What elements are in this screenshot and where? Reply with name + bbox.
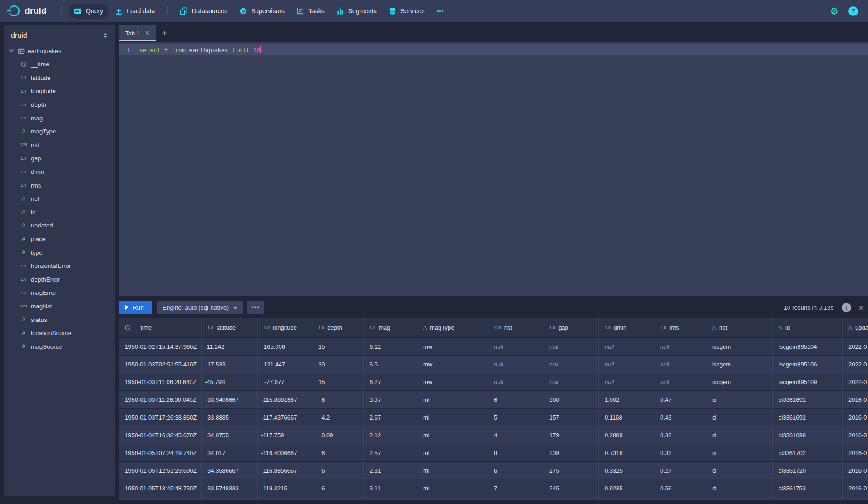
cell-nst[interactable]: 8 xyxy=(488,444,543,462)
cell-latitude[interactable]: 34.0755 xyxy=(202,426,258,444)
cell-rms[interactable] xyxy=(654,497,706,500)
cell-dmin[interactable]: null xyxy=(599,356,654,373)
nav-item-segments[interactable]: Segments xyxy=(330,4,383,19)
column-sort-icon[interactable] xyxy=(102,32,108,39)
tab-close-icon[interactable]: × xyxy=(145,30,149,37)
cell-updated[interactable]: 2016-0 xyxy=(843,479,868,497)
cell-gap[interactable]: 308 xyxy=(543,391,599,409)
sidebar-field-longitude[interactable]: 1.0longitude xyxy=(4,84,115,98)
cell-latitude[interactable]: 33.5748333 xyxy=(202,479,258,497)
cell-dmin[interactable]: 0.7318 xyxy=(599,444,654,462)
cell-__time[interactable]: 1950-01-04T16:38:45.670Z xyxy=(119,426,202,444)
sidebar-field-magError[interactable]: 1.0magError xyxy=(4,286,115,300)
datasource-row-earthquakes[interactable]: earthquakes xyxy=(4,44,115,58)
cell-rms[interactable]: 0.33 xyxy=(654,444,706,462)
sidebar-field-nst[interactable]: 123nst xyxy=(4,138,115,152)
cell-longitude[interactable]: -115.8881667 xyxy=(258,391,312,409)
help-icon[interactable]: ? xyxy=(848,6,858,16)
cell-longitude[interactable]: -77.077 xyxy=(258,373,312,391)
engine-dropdown[interactable]: Engine: auto (sql-native) xyxy=(157,301,243,314)
sidebar-field-depthError[interactable]: 1.0depthError xyxy=(4,273,115,287)
cell-updated[interactable]: 2016-0 xyxy=(843,391,868,409)
cell-dmin[interactable]: 0.2889 xyxy=(599,426,654,444)
cell-dmin[interactable]: null xyxy=(599,373,654,391)
nav-item-query[interactable]: Query xyxy=(68,4,109,19)
sidebar-field-__time[interactable]: __time xyxy=(4,58,115,71)
column-header-__time[interactable]: __time xyxy=(119,318,202,337)
cell-rms[interactable]: null xyxy=(654,373,706,391)
cell-mag[interactable]: 6.5 xyxy=(364,356,417,373)
cell-__time[interactable]: 1950-01-03T11:26:30.040Z xyxy=(119,391,202,409)
close-results-icon[interactable]: × xyxy=(858,303,863,312)
cell-dmin[interactable]: 1.002 xyxy=(599,391,654,409)
cell-dmin[interactable]: 0.9235 xyxy=(599,479,654,497)
cell-net[interactable]: ci xyxy=(706,444,773,462)
cell-gap[interactable]: 245 xyxy=(543,479,599,497)
sidebar-field-depth[interactable]: 1.0depth xyxy=(4,98,115,112)
cell-magType[interactable]: ml xyxy=(417,426,488,444)
cell-mag[interactable]: 6.27 xyxy=(364,373,417,391)
cell-gap[interactable]: 275 xyxy=(543,462,599,479)
run-button[interactable]: Run xyxy=(119,301,152,314)
cell-rms[interactable]: 0.56 xyxy=(654,479,706,497)
cell-mag[interactable]: 2.57 xyxy=(364,444,417,462)
sidebar-field-mag[interactable]: 1.0mag xyxy=(4,111,115,125)
cell-net[interactable]: ci xyxy=(706,426,773,444)
cell-mag[interactable]: 6.12 xyxy=(364,338,417,356)
sidebar-field-type[interactable]: Atype xyxy=(4,246,115,259)
cell-id[interactable]: ci3361702 xyxy=(773,444,843,462)
cell-dmin[interactable]: 0.1168 xyxy=(599,409,654,426)
sidebar-field-horizontalError[interactable]: 1.0horizontalError xyxy=(4,259,115,273)
cell-magType[interactable]: mw xyxy=(417,373,488,391)
sidebar-field-place[interactable]: Aplace xyxy=(4,232,115,246)
cell-nst[interactable]: 6 xyxy=(488,462,543,479)
cell-depth[interactable]: 6 xyxy=(312,479,364,497)
cell-magType[interactable]: ml xyxy=(417,462,488,479)
cell-magType[interactable] xyxy=(417,497,488,500)
cell-dmin[interactable]: null xyxy=(599,338,654,356)
cell-depth[interactable]: 6 xyxy=(312,462,364,479)
cell-id[interactable]: ci3361691 xyxy=(773,391,843,409)
cell-magType[interactable]: mw xyxy=(417,338,488,356)
cell-latitude[interactable]: 33.9406667 xyxy=(202,391,258,409)
sidebar-field-gap[interactable]: 1.0gap xyxy=(4,152,115,165)
cell-depth[interactable] xyxy=(312,497,364,500)
cell-longitude[interactable]: -117.759 xyxy=(258,426,312,444)
cell-rms[interactable]: null xyxy=(654,356,706,373)
cell-id[interactable]: iscgem895106 xyxy=(773,356,843,373)
cell-net[interactable]: iscgem xyxy=(706,338,773,356)
cell-id[interactable]: iscgem895104 xyxy=(773,338,843,356)
sidebar-field-dmin[interactable]: 1.0dmin xyxy=(4,165,115,179)
cell-depth[interactable]: 4.2 xyxy=(312,409,364,426)
column-header-longitude[interactable]: 1.0longitude xyxy=(258,318,312,337)
cell-updated[interactable]: 2016-0 xyxy=(843,409,868,426)
cell-latitude[interactable]: -11.242 xyxy=(202,338,258,356)
cell-net[interactable]: ci xyxy=(706,391,773,409)
cell-__time[interactable]: 1950-01-03T17:26:38.860Z xyxy=(119,409,202,426)
cell-latitude[interactable]: 33.8885 xyxy=(202,409,258,426)
cell-magType[interactable]: ml xyxy=(417,391,488,409)
cell-updated[interactable]: 2016-0 xyxy=(843,444,868,462)
cell-__time[interactable]: 1950-01-05T07:24:19.740Z xyxy=(119,444,202,462)
cell-longitude[interactable]: -116.8856667 xyxy=(258,462,312,479)
cell-depth[interactable]: 6 xyxy=(312,444,364,462)
sidebar-field-latitude[interactable]: 1.0latitude xyxy=(4,71,115,85)
sidebar-field-net[interactable]: Anet xyxy=(4,192,115,206)
nav-item-services[interactable]: Services xyxy=(383,4,431,19)
column-header-updated[interactable]: Aupdated xyxy=(843,318,868,337)
cell-mag[interactable]: 2.31 xyxy=(364,462,417,479)
cell-mag[interactable]: 3.11 xyxy=(364,479,417,497)
cell-__time[interactable]: 1950-01-05T12:51:29.690Z xyxy=(119,462,202,479)
cell-magType[interactable]: ml xyxy=(417,479,488,497)
cell-id[interactable]: ci3361753 xyxy=(773,479,843,497)
cell-nst[interactable] xyxy=(488,497,543,500)
column-header-dmin[interactable]: 1.0dmin xyxy=(599,318,654,337)
cell-mag[interactable]: 2.12 xyxy=(364,426,417,444)
cell-__time[interactable]: 1950-01-03T02:51:55.410Z xyxy=(119,356,202,373)
cell-latitude[interactable]: -45.798 xyxy=(202,373,258,391)
cell-id[interactable] xyxy=(773,497,843,500)
column-header-nst[interactable]: 123nst xyxy=(488,318,543,337)
cell-gap[interactable]: 157 xyxy=(543,409,599,426)
cell-depth[interactable]: 30 xyxy=(312,356,364,373)
cell-magType[interactable]: ml xyxy=(417,444,488,462)
